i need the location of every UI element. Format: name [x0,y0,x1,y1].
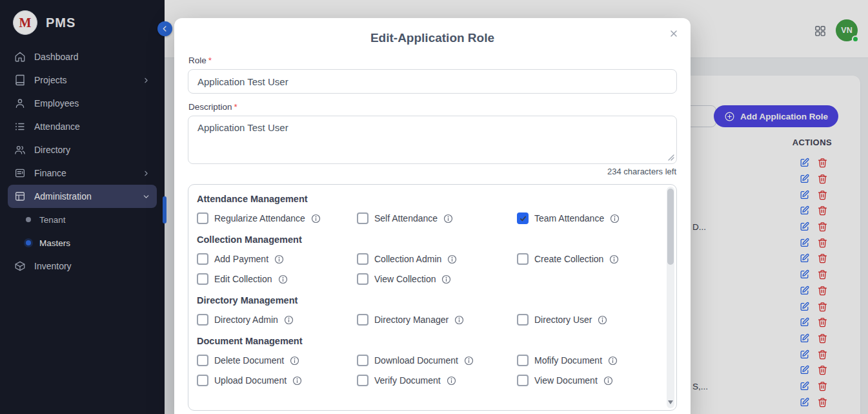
info-icon [311,214,321,223]
permission-label: Directory User [534,315,592,325]
info-icon [292,376,302,386]
checkbox-unchecked[interactable] [357,273,368,285]
permission-self-attendance[interactable]: Self Attendance [357,212,517,224]
permission-verify-document[interactable]: Verify Document [357,375,517,386]
checkbox-unchecked[interactable] [197,253,208,265]
info-icon [603,376,613,386]
scrollbar-thumb[interactable] [667,189,674,265]
info-icon [284,315,294,325]
checkbox-unchecked[interactable] [197,273,208,285]
checkbox-checked[interactable] [517,212,529,224]
permission-label: Download Document [374,355,458,366]
permission-directory-admin[interactable]: Directory Admin [197,314,357,326]
permission-label: Edit Collection [214,274,272,284]
permission-add-payment[interactable]: Add Payment [197,253,357,265]
section-title: Attendance Management [197,194,657,204]
permissions-panel: Attendance ManagementRegularize Attendan… [188,184,677,411]
permission-label: Collection Admin [374,254,441,264]
permission-directory-manager[interactable]: Directory Manager [357,314,517,326]
permission-grid: Directory AdminDirectory ManagerDirector… [197,314,657,326]
checkbox-unchecked[interactable] [197,212,208,224]
checkbox-unchecked[interactable] [517,375,529,386]
checkbox-unchecked[interactable] [197,314,208,326]
permissions-scroll-area: Attendance ManagementRegularize Attendan… [188,185,676,390]
info-icon [290,356,299,366]
checkbox-unchecked[interactable] [357,253,368,265]
permission-label: View Document [534,375,598,386]
description-textarea[interactable]: Application Test User [188,116,677,164]
permission-label: View Collection [374,274,436,284]
info-icon [610,214,620,223]
permission-label: Directory Admin [214,315,278,325]
permission-grid: Regularize AttendanceSelf AttendanceTeam… [197,212,657,224]
permission-mofify-document[interactable]: Mofify Document [517,355,657,366]
permission-label: Create Collection [534,254,603,264]
info-icon [278,274,288,284]
info-icon [441,274,451,284]
checkbox-unchecked[interactable] [197,375,208,386]
info-icon [443,214,453,223]
checkbox-unchecked[interactable] [357,212,368,224]
permission-collection-admin[interactable]: Collection Admin [357,253,517,265]
permission-label: Self Attendance [374,213,438,223]
section-title: Document Management [197,336,657,346]
permission-view-collection[interactable]: View Collection [357,273,517,285]
required-asterisk: * [208,56,212,65]
info-icon [609,254,619,264]
info-icon [447,254,457,264]
permission-label: Delete Document [214,355,284,366]
info-icon [274,254,284,264]
permission-view-document[interactable]: View Document [517,375,657,386]
permission-upload-document[interactable]: Upload Document [197,375,357,386]
permission-grid: Delete DocumentDownload DocumentMofify D… [197,355,657,386]
required-asterisk: * [234,102,237,112]
close-button[interactable] [666,26,681,41]
section-title: Directory Management [197,295,657,305]
section-title: Collection Management [197,234,657,245]
permission-label: Team Attendance [534,213,604,223]
characters-left-counter: 234 characters left [188,167,676,176]
role-form: Role* Description* Application Test User… [174,56,691,411]
resize-handle-icon[interactable] [668,154,674,161]
info-icon [454,315,464,325]
permission-create-collection[interactable]: Create Collection [517,253,657,265]
permission-directory-user[interactable]: Directory User [517,314,657,326]
role-field-label: Role* [188,56,677,65]
permission-grid: Add PaymentCollection AdminCreate Collec… [197,253,657,285]
checkbox-unchecked[interactable] [517,355,529,366]
checkbox-unchecked[interactable] [357,375,368,386]
info-icon [608,356,618,366]
scroll-down-arrow-icon[interactable] [668,400,673,404]
permission-label: Add Payment [214,254,268,264]
permission-label: Regularize Attendance [214,213,305,223]
permission-edit-collection[interactable]: Edit Collection [197,273,357,285]
checkbox-unchecked[interactable] [517,253,529,265]
scrollbar-track[interactable] [667,187,674,408]
checkbox-unchecked[interactable] [357,314,368,326]
info-icon [447,376,456,386]
permission-download-document[interactable]: Download Document [357,355,517,366]
permission-label: Verify Document [374,375,441,386]
checkbox-unchecked[interactable] [517,314,529,326]
permission-regularize-attendance[interactable]: Regularize Attendance [197,212,357,224]
permission-delete-document[interactable]: Delete Document [197,355,357,366]
permission-team-attendance[interactable]: Team Attendance [517,212,657,224]
edit-application-role-dialog: Edit-Application Role Role* Description*… [174,18,691,414]
dialog-title: Edit-Application Role [174,31,691,45]
info-icon [598,315,607,325]
permission-label: Upload Document [214,375,287,386]
description-field-label: Description* [188,102,677,112]
permission-label: Mofify Document [534,355,602,366]
info-icon [464,356,474,366]
checkbox-unchecked[interactable] [357,355,368,366]
checkbox-unchecked[interactable] [197,355,208,366]
permission-label: Directory Manager [374,315,449,325]
role-input[interactable] [188,69,677,94]
